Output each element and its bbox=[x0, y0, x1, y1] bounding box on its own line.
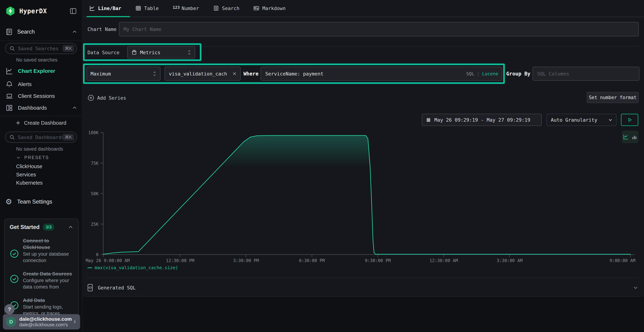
data-source-value: Metrics bbox=[140, 50, 160, 55]
where-filter-box: SQL | Lucene bbox=[261, 67, 502, 81]
hyperdx-logo-icon bbox=[5, 6, 16, 16]
sql-toggle[interactable]: SQL bbox=[466, 71, 474, 76]
create-dashboard-button[interactable]: Create Dashboard bbox=[16, 118, 66, 127]
tab-markdown[interactable]: Markdown bbox=[253, 5, 286, 11]
calendar-icon bbox=[426, 117, 431, 122]
chart-legend[interactable]: max(visa_validation_cache.size) bbox=[88, 265, 178, 270]
divider bbox=[87, 296, 639, 296]
set-number-format-button[interactable]: Set number format bbox=[587, 92, 639, 103]
chart-type-tabbar: Line/Bar Table 123 Number bbox=[83, 0, 644, 17]
chart-line-icon bbox=[89, 5, 95, 11]
where-label: Where bbox=[244, 71, 258, 77]
svg-text:12:30:00 PM: 12:30:00 PM bbox=[166, 258, 194, 263]
select-chevrons-icon bbox=[152, 70, 157, 77]
saved-dashboards-input[interactable] bbox=[18, 134, 62, 140]
get-started-item-title: Connect to ClickHouse bbox=[23, 238, 73, 251]
chevron-up-icon bbox=[72, 105, 77, 110]
granularity-select[interactable]: Auto Granularity bbox=[546, 114, 616, 126]
sidebar: HyperDX Search ⌘K No saved searches bbox=[0, 0, 82, 332]
tab-table[interactable]: Table bbox=[135, 5, 159, 11]
svg-text:12:30:00 AM: 12:30:00 AM bbox=[430, 258, 458, 263]
chart-name-label: Chart Name bbox=[88, 26, 117, 32]
create-dashboard-label: Create Dashboard bbox=[24, 120, 66, 126]
add-series-label: Add Series bbox=[97, 95, 126, 101]
get-started-item: Add Data Start sending logs, metrics, or… bbox=[10, 297, 73, 317]
sidebar-item-alerts[interactable]: Alerts bbox=[5, 79, 77, 90]
chevron-down-icon bbox=[16, 155, 21, 160]
svg-text:100K: 100K bbox=[88, 130, 98, 135]
run-query-button[interactable] bbox=[621, 114, 638, 126]
where-input[interactable] bbox=[265, 71, 466, 76]
saved-searches-search[interactable]: ⌘K bbox=[5, 43, 77, 54]
sidebar-item-client-sessions[interactable]: Client Sessions bbox=[5, 90, 77, 102]
get-started-item-desc: Configure where your data comes from bbox=[23, 277, 73, 290]
app-root: HyperDX Search ⌘K No saved searches bbox=[0, 0, 644, 332]
toggle-separator: | bbox=[477, 71, 480, 76]
query-language-toggle: SQL | Lucene bbox=[466, 71, 498, 76]
chart-name-input[interactable] bbox=[119, 22, 639, 36]
saved-dashboards-search[interactable]: ⌘K bbox=[5, 132, 77, 143]
metric-tag[interactable]: visa_validation_cach bbox=[164, 67, 240, 81]
tab-number[interactable]: 123 Number bbox=[173, 5, 199, 11]
page-background bbox=[83, 297, 644, 332]
help-button[interactable]: ? bbox=[4, 304, 15, 314]
aggregation-value: Maximum bbox=[90, 71, 111, 76]
get-started-item-title: Create Data Sources bbox=[23, 271, 73, 277]
sidebar-section-search[interactable]: Search bbox=[5, 27, 77, 37]
line-chart: 025K50K75K100KMay 26 9:00:00 AM12:30:00 … bbox=[83, 125, 644, 263]
shortcut-badge: ⌘K bbox=[62, 134, 74, 140]
sidebar-item-label: Chart Explorer bbox=[18, 68, 55, 74]
preset-clickhouse[interactable]: ClickHouse bbox=[16, 164, 42, 170]
add-series-button[interactable]: Add Series bbox=[88, 93, 126, 103]
presets-toggle[interactable]: PRESETS bbox=[16, 155, 49, 160]
divider bbox=[0, 40, 82, 41]
date-range-picker[interactable]: May 26 09:29:19 - May 27 09:29:19 bbox=[422, 114, 542, 126]
legend-series-label: max(visa_validation_cache.size) bbox=[95, 265, 178, 270]
svg-text:0: 0 bbox=[96, 252, 98, 257]
user-menu[interactable]: D dale@clickhouse.com dale@clickhouse.co… bbox=[3, 314, 80, 330]
get-started-badge: 3/3 bbox=[43, 224, 54, 231]
sidebar-item-label: Client Sessions bbox=[18, 93, 55, 99]
series-area bbox=[103, 136, 630, 254]
play-icon bbox=[627, 117, 632, 122]
sidebar-item-chart-explorer[interactable]: Chart Explorer bbox=[5, 66, 77, 76]
group-by-label: Group By bbox=[506, 71, 530, 77]
sidebar-item-dashboards[interactable]: Dashboards bbox=[5, 102, 77, 114]
preset-kubernetes[interactable]: Kubernetes bbox=[16, 180, 42, 186]
chevron-down-icon bbox=[633, 285, 638, 290]
chevron-right-icon bbox=[72, 320, 77, 324]
logo-row: HyperDX bbox=[5, 5, 77, 17]
presets-label: PRESETS bbox=[24, 155, 49, 160]
no-saved-searches-text: No saved searches bbox=[16, 57, 58, 63]
aggregation-select[interactable]: Maximum bbox=[86, 67, 160, 81]
main-panel: Line/Bar Table 123 Number bbox=[83, 0, 644, 332]
plus-icon bbox=[16, 120, 21, 126]
get-started-header[interactable]: Get Started 3/3 bbox=[10, 224, 73, 231]
generated-sql-toggle[interactable]: Generated SQL bbox=[87, 279, 638, 296]
user-email: dale@clickhouse.com bbox=[19, 316, 72, 322]
chevron-up-icon bbox=[68, 224, 73, 230]
avatar: D bbox=[6, 317, 16, 327]
close-icon[interactable] bbox=[232, 71, 237, 76]
svg-text:3:30:00 AM: 3:30:00 AM bbox=[496, 258, 522, 263]
data-source-select[interactable]: Metrics bbox=[127, 46, 195, 58]
preset-services[interactable]: Services bbox=[16, 172, 36, 178]
get-started-card: Get Started 3/3 Connect to ClickHouse Se… bbox=[4, 218, 79, 320]
gear-icon: ⚙ bbox=[5, 198, 12, 206]
sidebar-collapse-icon[interactable] bbox=[69, 7, 77, 15]
sidebar-item-team-settings[interactable]: ⚙ Team Settings bbox=[5, 197, 77, 207]
document-list-icon bbox=[213, 5, 219, 11]
shortcut-badge: ⌘K bbox=[62, 45, 74, 52]
dashboards-icon bbox=[5, 104, 13, 112]
bell-icon bbox=[5, 80, 13, 88]
number-123-icon: 123 bbox=[173, 5, 179, 11]
lucene-toggle[interactable]: Lucene bbox=[482, 71, 498, 76]
date-range-value: May 26 09:29:19 - May 27 09:29:19 bbox=[434, 117, 530, 123]
svg-text:75K: 75K bbox=[91, 161, 99, 166]
group-by-input[interactable] bbox=[532, 67, 639, 81]
saved-searches-input[interactable] bbox=[18, 46, 62, 51]
chart-area[interactable]: 025K50K75K100KMay 26 9:00:00 AM12:30:00 … bbox=[83, 125, 644, 263]
check-circle-icon bbox=[10, 249, 19, 258]
tab-line-bar[interactable]: Line/Bar bbox=[89, 5, 121, 11]
tab-search[interactable]: Search bbox=[213, 5, 240, 11]
